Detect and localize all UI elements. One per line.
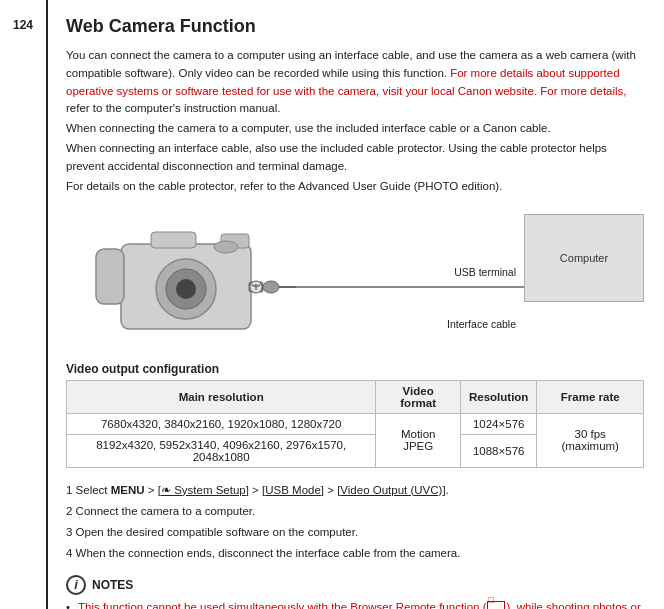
step-1-menu: MENU <box>111 484 145 496</box>
col-format-header: Video format <box>376 380 461 413</box>
interface-cable-label: Interface cable <box>447 318 516 330</box>
diagram-middle: USB terminal Interface cable Computer <box>296 214 644 344</box>
step-1-usb-mode: USB Mode <box>265 484 321 496</box>
page-wrapper: 124 Web Camera Function You can connect … <box>0 0 664 609</box>
step-2: 2 Connect the camera to a computer. <box>66 503 644 520</box>
page-title: Web Camera Function <box>66 16 644 37</box>
steps-section: 1 Select MENU > [❧ System Setup] > [USB … <box>66 482 644 563</box>
frame-rate-cell: 30 fps (maximum) <box>537 413 644 467</box>
svg-rect-5 <box>151 232 196 248</box>
camera-diagram <box>66 214 296 344</box>
step-4: 4 When the connection ends, disconnect t… <box>66 545 644 562</box>
table-row: 7680x4320, 3840x2160, 1920x1080, 1280x72… <box>67 413 644 434</box>
svg-rect-4 <box>96 249 124 304</box>
intro-p3: When connecting an interface cable, also… <box>66 140 644 176</box>
step-1-system-setup: ❧ System Setup <box>161 484 246 496</box>
intro-p1: You can connect the camera to a computer… <box>66 47 644 118</box>
main-res-1: 7680x4320, 3840x2160, 1920x1080, 1280x72… <box>67 413 376 434</box>
svg-point-14 <box>263 281 279 293</box>
camera-svg <box>66 214 296 344</box>
step-1-number: 1 Select <box>66 484 111 496</box>
table-section: Video output configuration Main resoluti… <box>66 362 644 468</box>
main-res-2: 8192x4320, 5952x3140, 4096x2160, 2976x15… <box>67 434 376 467</box>
computer-label: Computer <box>560 252 608 264</box>
step-3: 3 Open the desired compatible software o… <box>66 524 644 541</box>
intro-p2: When connecting the camera to a computer… <box>66 120 644 138</box>
page-number: 124 <box>13 18 33 32</box>
step-1: 1 Select MENU > [❧ System Setup] > [USB … <box>66 482 644 499</box>
left-margin: 124 <box>0 0 48 609</box>
intro-paragraphs: You can connect the camera to a computer… <box>66 47 644 196</box>
intro-p1-highlight: For more details about supported operati… <box>66 67 627 97</box>
step-1-arrow: > [❧ System Setup] > [USB Mode] > [Video… <box>145 484 449 496</box>
notes-label: NOTES <box>92 578 133 592</box>
notes-bullet-1: This function cannot be used simultaneou… <box>66 599 644 610</box>
step-1-video-output: Video Output (UVC) <box>340 484 442 496</box>
ref-box-181: □ 181 <box>487 601 505 609</box>
diagram-section: USB terminal Interface cable Computer <box>66 214 644 344</box>
usb-terminal-label: USB terminal <box>454 266 516 278</box>
resolution-1: 1024×576 <box>460 413 536 434</box>
intro-p4: For details on the cable protector, refe… <box>66 178 644 196</box>
table-header-row: Main resolution Video format Resolution … <box>67 380 644 413</box>
svg-point-7 <box>214 241 238 253</box>
notes-bullet-text: This function cannot be used simultaneou… <box>78 601 641 610</box>
notes-header: i NOTES <box>66 575 644 595</box>
svg-point-3 <box>176 279 196 299</box>
video-format-cell: Motion JPEG <box>376 413 461 467</box>
resolution-2: 1088×576 <box>460 434 536 467</box>
col-main-header: Main resolution <box>67 380 376 413</box>
table-title: Video output configuration <box>66 362 644 376</box>
info-icon: i <box>66 575 86 595</box>
content-area: Web Camera Function You can connect the … <box>48 0 664 609</box>
col-resolution-header: Resolution <box>460 380 536 413</box>
computer-box: Computer <box>524 214 644 302</box>
notes-section: i NOTES This function cannot be used sim… <box>66 575 644 610</box>
col-framerate-header: Frame rate <box>537 380 644 413</box>
video-table: Main resolution Video format Resolution … <box>66 380 644 468</box>
